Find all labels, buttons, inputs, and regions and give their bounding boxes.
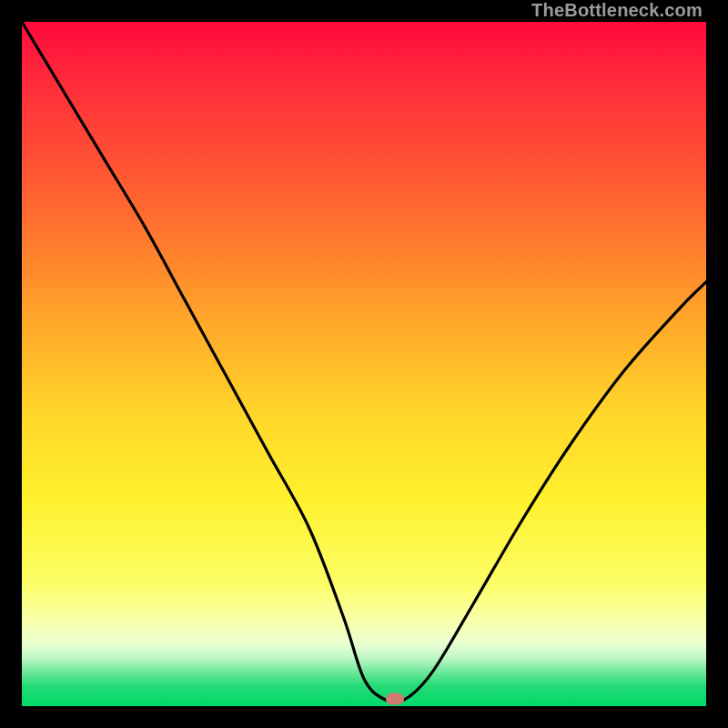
optimal-marker-icon — [386, 693, 404, 705]
watermark-label: TheBottleneck.com — [531, 0, 703, 21]
bottleneck-curve — [22, 22, 706, 706]
chart-frame: TheBottleneck.com — [0, 0, 728, 728]
plot-area — [22, 22, 706, 706]
